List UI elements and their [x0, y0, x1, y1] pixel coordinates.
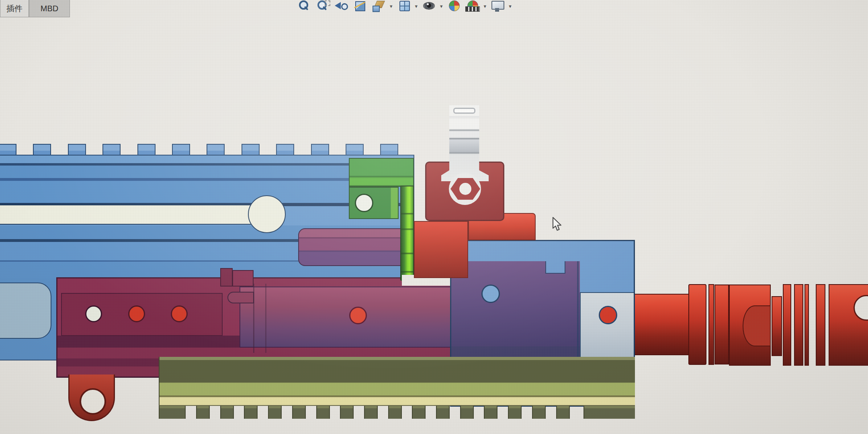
hop-up-top-green[interactable]: [349, 158, 414, 187]
rail-tooth: [33, 144, 51, 155]
dropdown-arrow-icon[interactable]: ▾: [415, 1, 418, 12]
dropdown-arrow-icon[interactable]: ▾: [390, 1, 393, 12]
rail-tooth: [268, 406, 282, 419]
receiver-pin-hole-white: [85, 305, 102, 322]
dropdown-arrow-icon[interactable]: ▾: [484, 1, 487, 12]
dashed-area-glyph: [325, 0, 330, 6]
sight-nut-center-hole: [459, 183, 471, 195]
muzzle-ring-5: [794, 284, 803, 366]
bottom-rail-olive[interactable]: [159, 357, 635, 406]
sling-loop-hole: [80, 388, 106, 415]
tab-mbd[interactable]: MBD: [29, 0, 70, 17]
rail-tooth: [508, 406, 522, 419]
rail-tooth: [207, 144, 225, 155]
rail-tooth: [460, 406, 474, 419]
cylinder-head-purple[interactable]: [298, 228, 401, 266]
rail-tooth: [137, 144, 156, 155]
rail-tooth: [311, 144, 329, 155]
dropdown-arrow-icon[interactable]: ▾: [440, 1, 443, 12]
receiver-step-block-a: [220, 268, 233, 287]
rail-tooth: [0, 144, 16, 155]
command-manager-tab-row: 插件 MBD: [0, 0, 70, 17]
solidworks-viewport-screenshot: 插件 MBD ▾▾▾▾▾: [0, 0, 868, 434]
barrel-ring-2: [708, 284, 714, 365]
rail-tooth: [346, 144, 364, 155]
outer-barrel-red[interactable]: [635, 294, 689, 355]
rail-tooth: [484, 406, 497, 419]
rail-tooth: [340, 406, 354, 419]
rail-tooth: [532, 406, 546, 419]
nozzle-bullet[interactable]: [227, 292, 254, 303]
muzzle-inner-hex: [743, 305, 771, 346]
hop-up-hole-white: [355, 194, 373, 212]
rail-tooth: [68, 144, 86, 155]
charging-handle-slot-end: [248, 195, 286, 233]
stock-pad-lightblue[interactable]: [0, 283, 51, 339]
rail-tooth: [380, 144, 398, 155]
feed-tube-bright-green[interactable]: [400, 186, 414, 284]
front-sight-post-cap-outline: [453, 108, 475, 114]
rail-tooth: [220, 406, 234, 419]
receiver-step-block-b: [232, 270, 254, 287]
dynamic-annotation-views-icon[interactable]: [371, 0, 386, 12]
rail-tooth: [172, 144, 190, 155]
section-view-icon[interactable]: [353, 0, 367, 12]
top-rail-teeth: [0, 144, 414, 155]
rail-tooth: [102, 144, 121, 155]
charging-handle-slot[interactable]: [0, 205, 258, 225]
rail-tooth: [388, 406, 402, 419]
rail-tooth: [244, 406, 258, 419]
previous-view-icon[interactable]: [334, 0, 349, 12]
rail-tooth: [159, 406, 186, 419]
barrel-ring-1: [688, 284, 706, 365]
cylinder-port-hole-red: [349, 307, 367, 324]
rail-tooth: [196, 406, 210, 419]
rail-tooth: [556, 406, 570, 419]
mouse-cursor: [552, 217, 563, 232]
rail-tooth: [412, 406, 426, 419]
zoom-to-fit-icon[interactable]: [297, 0, 312, 12]
gearbox-cylinder[interactable]: [240, 287, 452, 348]
view-orientation-icon[interactable]: [397, 0, 411, 12]
rail-tooth: [583, 406, 635, 419]
rail-tooth: [364, 406, 378, 419]
gas-block-lower-left-red[interactable]: [414, 221, 468, 278]
rail-tooth: [436, 406, 450, 419]
barrel-ring-3: [714, 285, 729, 364]
cylinder-edge-line-b: [265, 284, 266, 353]
muzzle-ring-7: [816, 284, 825, 366]
rail-tooth: [242, 144, 260, 155]
muzzle-neck: [772, 296, 782, 356]
view-settings-icon[interactable]: [490, 0, 505, 12]
bottom-rail-teeth: [159, 406, 635, 419]
rail-tooth: [276, 144, 294, 155]
muzzle-ring-4: [783, 284, 791, 366]
heads-up-view-toolbar: ▾▾▾▾▾: [297, 0, 512, 12]
receiver-pin-hole-red-1: [128, 305, 145, 322]
rail-tooth: [292, 406, 306, 419]
tab-plugins[interactable]: 插件: [0, 0, 29, 17]
dropdown-arrow-icon[interactable]: ▾: [509, 1, 512, 12]
edit-appearance-icon[interactable]: [447, 0, 461, 12]
rail-tooth: [316, 406, 330, 419]
apply-scene-icon[interactable]: [465, 0, 480, 12]
zoom-to-area-icon[interactable]: [316, 0, 330, 12]
muzzle-ring-6: [805, 284, 809, 366]
receiver-pin-hole-red-2: [171, 305, 188, 322]
hide-show-items-icon[interactable]: [422, 0, 436, 12]
